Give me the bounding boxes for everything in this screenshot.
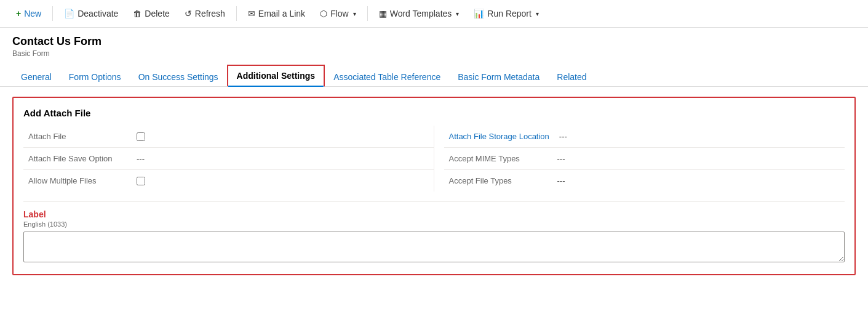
allow-multiple-files-row: Allow Multiple Files (23, 170, 434, 192)
tab-associated-table-reference[interactable]: Associated Table Reference (325, 67, 449, 87)
run-report-icon: 📊 (474, 9, 484, 18)
allow-multiple-files-label: Allow Multiple Files (28, 176, 127, 185)
allow-multiple-files-checkbox[interactable] (137, 177, 145, 185)
delete-button[interactable]: 🗑 Delete (127, 5, 175, 22)
tabs-nav: General Form Options On Success Settings… (0, 64, 868, 87)
word-templates-label: Word Templates (390, 9, 452, 18)
tab-on-success-settings[interactable]: On Success Settings (130, 67, 227, 87)
divider-2 (236, 6, 237, 21)
lang-label: English (1033) (23, 220, 845, 228)
email-link-button[interactable]: ✉ Email a Link (242, 5, 311, 22)
attach-file-save-option-value: --- (137, 154, 145, 163)
deactivate-icon: 📄 (64, 9, 74, 18)
refresh-label: Refresh (195, 9, 225, 18)
attach-file-label: Attach File (28, 132, 127, 141)
accept-file-types-label: Accept File Types (449, 176, 547, 185)
flow-dropdown-arrow: ▾ (353, 10, 356, 17)
refresh-icon: ↺ (185, 9, 192, 18)
page-title: Contact Us Form (12, 35, 856, 48)
attach-file-storage-value: --- (559, 132, 567, 141)
new-button[interactable]: + New (10, 5, 47, 22)
main-content: Add Attach File Attach File Attach File … (0, 87, 868, 285)
attach-file-storage-row: Attach File Storage Location --- (444, 126, 845, 148)
label-section: Label English (1033) (23, 201, 845, 264)
divider-1 (52, 6, 53, 21)
refresh-button[interactable]: ↺ Refresh (178, 5, 231, 22)
word-templates-button[interactable]: ▦ Word Templates ▾ (373, 5, 466, 22)
page-subtitle: Basic Form (12, 49, 856, 58)
tab-general[interactable]: General (12, 67, 60, 87)
accept-mime-types-row: Accept MIME Types --- (444, 148, 845, 170)
run-report-label: Run Report (487, 9, 532, 18)
tab-related[interactable]: Related (548, 67, 595, 87)
word-templates-dropdown-arrow: ▾ (456, 10, 459, 17)
accept-file-types-row: Accept File Types --- (444, 170, 845, 192)
flow-icon: ⬡ (320, 9, 327, 18)
word-templates-icon: ▦ (379, 9, 387, 18)
accept-mime-types-value: --- (557, 154, 565, 163)
tab-basic-form-metadata[interactable]: Basic Form Metadata (449, 67, 548, 87)
deactivate-button[interactable]: 📄 Deactivate (58, 5, 124, 22)
toolbar: + New 📄 Deactivate 🗑 Delete ↺ Refresh ✉ … (0, 0, 868, 28)
accept-file-types-value: --- (557, 176, 565, 185)
email-link-label: Email a Link (258, 9, 305, 18)
accept-mime-types-label: Accept MIME Types (449, 154, 547, 163)
attach-file-checkbox[interactable] (137, 132, 145, 141)
email-icon: ✉ (248, 9, 255, 18)
form-col-right: Attach File Storage Location --- Accept … (434, 126, 845, 192)
label-text-input[interactable] (23, 232, 845, 262)
attach-file-storage-label: Attach File Storage Location (449, 132, 549, 141)
page-header: Contact Us Form Basic Form (0, 28, 868, 58)
form-grid: Attach File Attach File Save Option --- … (23, 126, 845, 192)
run-report-dropdown-arrow: ▾ (536, 10, 539, 17)
form-col-left: Attach File Attach File Save Option --- … (23, 126, 434, 192)
tab-form-options[interactable]: Form Options (60, 67, 130, 87)
flow-label: Flow (330, 9, 349, 18)
attach-file-save-option-label: Attach File Save Option (28, 154, 127, 163)
attach-file-row: Attach File (23, 126, 434, 148)
deactivate-label: Deactivate (78, 9, 118, 18)
delete-label: Delete (145, 9, 169, 18)
attach-file-save-option-row: Attach File Save Option --- (23, 148, 434, 170)
new-label: New (24, 9, 41, 18)
delete-icon: 🗑 (133, 9, 141, 18)
tab-additional-settings[interactable]: Additional Settings (227, 65, 325, 87)
section-title: Add Attach File (23, 108, 845, 118)
label-heading: Label (23, 209, 845, 219)
add-attach-file-section: Add Attach File Attach File Attach File … (12, 97, 856, 275)
run-report-button[interactable]: 📊 Run Report ▾ (468, 5, 545, 22)
divider-3 (367, 6, 368, 21)
flow-button[interactable]: ⬡ Flow ▾ (314, 5, 362, 22)
plus-icon: + (16, 9, 21, 18)
